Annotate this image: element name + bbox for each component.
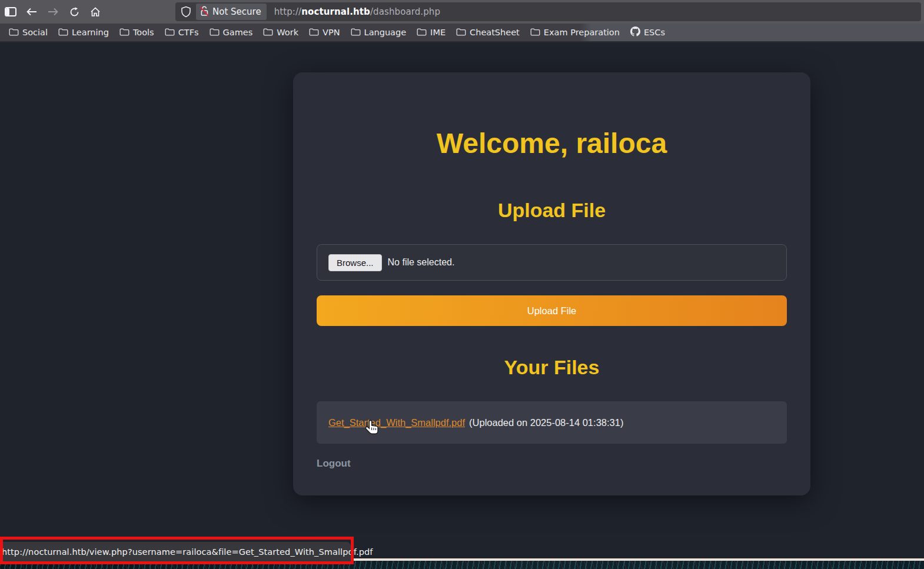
bookmark-label: Learning — [72, 28, 109, 37]
reload-icon — [69, 7, 79, 17]
bookmark-ctfs[interactable]: CTFs — [159, 25, 204, 40]
bookmark-social[interactable]: Social — [4, 25, 53, 40]
bookmark-label: Language — [364, 28, 407, 37]
bookmark-games[interactable]: Games — [204, 25, 258, 40]
back-arrow-icon — [26, 8, 38, 16]
sidebar-toggle-icon — [5, 7, 16, 16]
url-host: nocturnal.htb — [301, 6, 370, 17]
red-annotation-rectangle — [0, 537, 354, 564]
bookmark-label: IME — [430, 28, 446, 37]
home-icon — [90, 7, 101, 17]
upload-file-heading: Upload File — [317, 198, 787, 222]
cursor-pointer-icon — [365, 420, 380, 440]
address-bar[interactable]: Not Secure http://nocturnal.htb/dashboar… — [175, 2, 921, 21]
folder-icon — [351, 27, 361, 38]
folder-icon — [456, 27, 466, 38]
your-files-heading: Your Files — [317, 355, 787, 379]
bookmark-work[interactable]: Work — [258, 25, 304, 40]
file-link[interactable]: Get_Started_With_Smallpdf.pdf — [328, 417, 465, 428]
url-scheme: http:// — [274, 6, 302, 17]
bookmark-label: ESCs — [644, 28, 665, 37]
folder-icon — [58, 27, 68, 38]
bookmark-ime[interactable]: IME — [411, 25, 451, 40]
not-secure-chip[interactable]: Not Secure — [196, 4, 267, 20]
bookmark-tools[interactable]: Tools — [114, 25, 159, 40]
forward-button[interactable] — [42, 0, 64, 24]
no-file-selected-text: No file selected. — [388, 257, 455, 268]
folder-icon — [309, 27, 319, 38]
folder-icon — [210, 27, 220, 38]
bookmark-label: Exam Preparation — [544, 28, 620, 37]
url-path: /dashboard.php — [370, 6, 440, 17]
folder-icon — [119, 27, 129, 38]
github-icon — [630, 26, 640, 39]
reload-button[interactable] — [64, 0, 85, 24]
folder-icon — [165, 27, 175, 38]
forward-arrow-icon — [47, 8, 59, 16]
bookmark-label: VPN — [323, 28, 340, 37]
upload-file-button[interactable]: Upload File — [317, 295, 787, 326]
folder-icon — [9, 27, 19, 38]
bookmark-cheatsheet[interactable]: CheatSheet — [451, 25, 525, 40]
url-text[interactable]: http://nocturnal.htb/dashboard.php — [274, 6, 440, 17]
not-secure-label: Not Secure — [212, 6, 261, 17]
folder-icon — [417, 27, 427, 38]
shield-icon[interactable] — [181, 6, 191, 18]
bookmark-label: Work — [277, 28, 298, 37]
bookmark-label: CTFs — [178, 28, 199, 37]
bookmark-label: Social — [22, 28, 48, 37]
browse-button[interactable]: Browse... — [328, 254, 382, 271]
file-input[interactable]: Browse... No file selected. — [317, 244, 787, 281]
insecure-lock-icon — [200, 5, 210, 19]
folder-icon — [530, 27, 540, 38]
bookmark-learning[interactable]: Learning — [53, 25, 114, 40]
bookmark-exam-preparation[interactable]: Exam Preparation — [525, 25, 625, 40]
file-uploaded-note: (Uploaded on 2025-08-14 01:38:31) — [469, 417, 623, 428]
back-button[interactable] — [21, 0, 42, 24]
page-viewport: Welcome, railoca Upload File Browse... N… — [0, 44, 924, 561]
welcome-heading: Welcome, railoca — [317, 72, 787, 161]
bookmark-language[interactable]: Language — [345, 25, 412, 40]
bookmarks-bar: Social Learning Tools CTFs Games Work VP… — [0, 24, 924, 42]
bookmark-vpn[interactable]: VPN — [304, 25, 345, 40]
folder-icon — [263, 27, 273, 38]
file-list-item: Get_Started_With_Smallpdf.pdf (Uploaded … — [317, 401, 787, 444]
browser-toolbar: Not Secure http://nocturnal.htb/dashboar… — [0, 0, 924, 24]
bookmark-label: Games — [223, 28, 253, 37]
bookmark-label: Tools — [133, 28, 154, 37]
logout-link[interactable]: Logout — [317, 458, 351, 470]
sidebar-toggle-button[interactable] — [0, 0, 21, 24]
bookmark-label: CheatSheet — [470, 28, 520, 37]
home-button[interactable] — [85, 0, 106, 24]
bookmark-escs[interactable]: ESCs — [625, 25, 670, 40]
screen: Not Secure http://nocturnal.htb/dashboar… — [0, 0, 924, 569]
